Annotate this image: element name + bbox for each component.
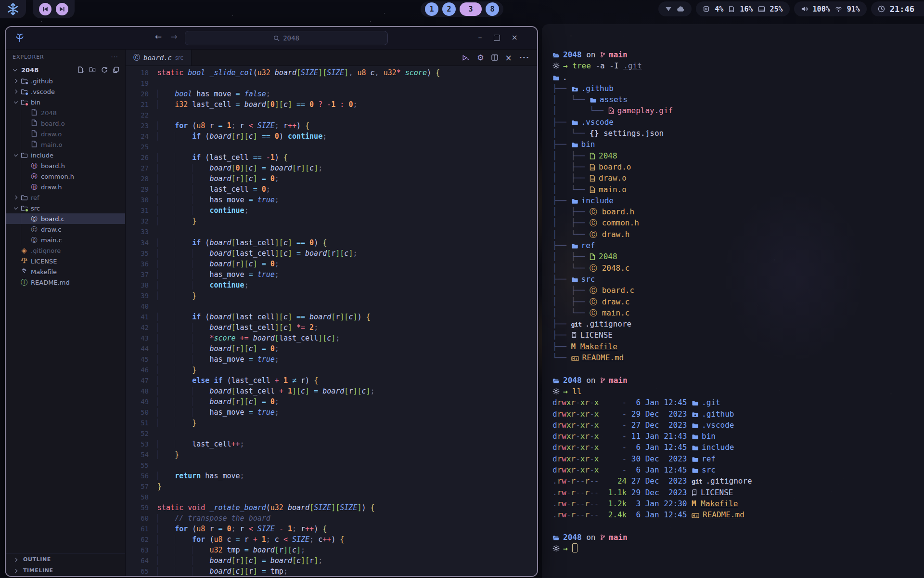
file-file-icon — [30, 130, 38, 138]
navigate-forward-button[interactable]: → — [170, 32, 177, 41]
terminal-line: .rw-r--r-- 1.1k 29 Dec 2023 LICENSE — [552, 487, 924, 498]
explorer-root-folder[interactable]: 2048 — [6, 64, 125, 76]
system-stats[interactable]: 4% 16% 25% — [696, 1, 789, 16]
explorer-item-draw.o[interactable]: draw.o — [6, 129, 125, 139]
explorer-item-.github[interactable]: .github — [6, 76, 125, 86]
explorer-item-main.c[interactable]: Ⓒmain.c — [6, 235, 125, 245]
terminal-window[interactable]: 2048 on main→ tree -a -I .git.├── .githu… — [542, 24, 924, 578]
explorer-item-bin[interactable]: bin — [6, 97, 125, 107]
explorer-item-label: main.o — [41, 141, 63, 148]
explorer-item-.vscode[interactable]: .vscode — [6, 86, 125, 97]
media-prev-button[interactable] — [39, 3, 51, 15]
explorer-item-label: draw.c — [41, 226, 61, 233]
ofile-icon — [590, 164, 595, 171]
explorer-more-button[interactable]: ··· — [111, 53, 118, 61]
explorer-item-Makefile[interactable]: Makefile — [6, 266, 125, 277]
split-editor-button[interactable] — [491, 54, 498, 61]
media-controls — [33, 0, 75, 18]
explorer-item-label: .github — [31, 78, 53, 85]
workspace-2[interactable]: 2 — [442, 2, 456, 16]
terminal-line: │ ├── Ⓒ board.c — [552, 285, 924, 296]
clock-widget[interactable]: 21:46 — [871, 1, 924, 16]
collapse-folders-button[interactable] — [113, 66, 119, 73]
settings-gear-button[interactable]: ⚙ — [477, 53, 484, 62]
folder-icon — [692, 457, 698, 462]
command-center-search[interactable]: 2048 — [185, 31, 388, 45]
explorer-item-common.h[interactable]: Ⓗcommon.h — [6, 171, 125, 182]
disk-usage: 25% — [770, 5, 783, 13]
explorer-item-label: ref — [31, 194, 39, 201]
terminal-line — [552, 520, 924, 531]
terminal-line: → tree -a -I .git — [552, 60, 924, 71]
close-editor-button[interactable]: × — [505, 53, 512, 63]
explorer-item-label: draw.o — [41, 131, 62, 138]
nix-snowflake-icon — [6, 2, 20, 16]
explorer-item-.gitignore[interactable]: ◈.gitignore — [6, 245, 125, 256]
terminal-line: drwxr-xr-x - 30 Dec 2023 ref — [552, 453, 924, 464]
code-line-46: 46 } — [126, 365, 537, 375]
H-file-icon: Ⓗ — [30, 173, 38, 180]
terminal-line: ├── include — [552, 195, 924, 206]
workspace-3-active[interactable]: 3 — [460, 2, 482, 16]
code-editor[interactable]: 18static bool _slide_col(u32 board[SIZE]… — [126, 66, 537, 576]
mdbadge-icon — [692, 513, 699, 518]
root-folder-label: 2048 — [21, 66, 38, 74]
explorer-item-src[interactable]: src — [6, 203, 125, 213]
close-button[interactable]: × — [512, 33, 518, 42]
explorer-item-README.md[interactable]: ⓘREADME.md — [6, 277, 125, 288]
window-titlebar[interactable]: ← → 2048 – × — [6, 27, 537, 50]
explorer-item-board.h[interactable]: Ⓗboard.h — [6, 160, 125, 171]
new-file-button[interactable] — [77, 66, 84, 73]
terminal-line: │ └── Ⓒ draw.h — [552, 229, 924, 240]
explorer-item-board.c[interactable]: Ⓒboard.c — [6, 213, 125, 224]
explorer-item-2048[interactable]: 2048 — [6, 107, 125, 118]
code-line-32: 32 } — [126, 216, 537, 226]
minimize-button[interactable]: – — [478, 33, 482, 42]
explorer-item-draw.h[interactable]: Ⓗdraw.h — [6, 182, 125, 192]
folder-icon — [20, 205, 28, 211]
nix-logo-button[interactable] — [0, 0, 26, 18]
tab-board.c[interactable]: Ⓒ board.c src — [126, 50, 192, 66]
explorer-item-main.o[interactable]: main.o — [6, 139, 125, 150]
editor-more-actions-button[interactable]: ··· — [519, 53, 529, 62]
code-line-65: 65 board[c][r] = tmp; — [126, 566, 537, 576]
code-line-60: 60 // transpose the board — [126, 513, 537, 524]
explorer-item-ref[interactable]: ref — [6, 192, 125, 203]
explorer-item-label: main.c — [41, 236, 62, 244]
workspace-1[interactable]: 1 — [425, 2, 438, 16]
explorer-item-label: src — [31, 205, 40, 212]
folder-icon — [692, 400, 698, 406]
code-line-61: 61 for (u8 r = 0; r < SIZE - 1; r++) { — [126, 524, 537, 534]
workspace-8[interactable]: 8 — [486, 2, 499, 16]
code-line-63: 63 u32 tmp = board[r][c]; — [126, 545, 537, 555]
navigate-back-button[interactable]: ← — [155, 32, 162, 41]
workspace-switcher: 1238 — [421, 1, 503, 17]
ofile-icon — [590, 186, 595, 193]
explorer-item-draw.c[interactable]: Ⓒdraw.c — [6, 224, 125, 235]
tray-indicators[interactable] — [658, 1, 692, 16]
explorer-item-include[interactable]: include — [6, 150, 125, 160]
chevron-down-icon — [12, 152, 20, 158]
terminal-line: → ll — [552, 386, 924, 397]
chevron-spacer — [12, 258, 20, 264]
media-next-button[interactable] — [56, 3, 68, 15]
timeline-panel[interactable]: TIMELINE — [6, 565, 125, 576]
file-file-icon — [30, 109, 38, 117]
code-line-27: 27 board[0][c] = board[r][c]; — [126, 163, 537, 173]
terminal-line: drwxr-xr-x - 6 Jan 12:45 src — [552, 464, 924, 475]
new-folder-button[interactable] — [89, 66, 96, 73]
terminal-line: 2048 on main — [552, 532, 924, 543]
nix-icon — [552, 62, 560, 69]
run-file-button[interactable] — [462, 54, 470, 61]
outline-panel[interactable]: OUTLINE — [6, 554, 125, 565]
search-icon — [273, 35, 280, 41]
code-line-53: 53 last_cell++; — [126, 439, 537, 449]
refresh-explorer-button[interactable] — [101, 66, 108, 73]
audio-network[interactable]: 100% 91% — [794, 1, 867, 16]
explorer-item-board.o[interactable]: board.o — [6, 118, 125, 129]
terminal-line: ├── src — [552, 274, 924, 285]
maximize-button[interactable] — [494, 35, 500, 41]
ofolder-icon — [552, 378, 560, 384]
explorer-item-LICENSE[interactable]: LICENSE — [6, 256, 125, 266]
terminal-line: ├── LICENSE — [552, 329, 924, 341]
